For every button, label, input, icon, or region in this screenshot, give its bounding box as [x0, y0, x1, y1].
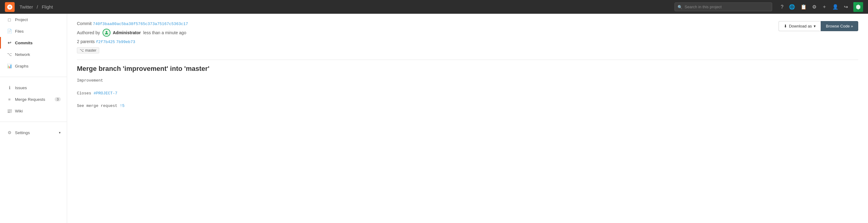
commit-label: Commit: [77, 21, 92, 26]
commit-title: Merge branch 'improvement' into 'master': [77, 65, 858, 73]
plus-icon[interactable]: ＋: [822, 4, 827, 10]
network-icon: ⌥: [7, 52, 12, 57]
commit-author-line: Authored by Administrator less than a mi…: [77, 29, 779, 37]
fox-logo: [854, 2, 863, 12]
search-container: 🔍: [675, 2, 772, 11]
author-name: Administrator: [113, 30, 141, 35]
sidebar-divider: [0, 77, 67, 77]
commit-body-blank2: [77, 96, 858, 103]
navbar-brand[interactable]: Twitter / Flight: [18, 4, 54, 9]
commits-icon: ↩: [7, 40, 12, 45]
action-buttons: ⬇ Download as ▾ Browse Code »: [779, 21, 858, 31]
sidebar: ◻ Project 📄 Files ↩ Commits ⌥ Network 📊 …: [0, 14, 67, 223]
commit-hash-link[interactable]: 740f3baa80ac5ba38f5765c373a75167c5363c17: [93, 22, 188, 26]
sidebar-label-project: Project: [15, 18, 28, 22]
download-button[interactable]: ⬇ Download as ▾: [779, 21, 821, 31]
commit-parents-line: 2 parents f2f7b425 7b99eb73: [77, 39, 779, 44]
navbar: Twitter / Flight 🔍 ? 🌐 📋 ⚙ ＋ 👤 ↪: [0, 0, 868, 14]
brand-separator: /: [37, 4, 39, 9]
commit-hash-line: Commit 740f3baa80ac5ba38f5765c373a75167c…: [77, 21, 779, 26]
sidebar-label-files: Files: [15, 29, 24, 34]
sidebar-label-issues: Issues: [15, 86, 27, 90]
parent2-link[interactable]: 7b99eb73: [116, 40, 135, 44]
download-chevron-icon: ▾: [814, 24, 816, 28]
author-avatar: [102, 29, 111, 37]
sidebar-item-commits[interactable]: ↩ Commits: [0, 37, 67, 49]
sidebar-label-wiki: Wiki: [15, 109, 23, 113]
branch-icon: ⌥: [80, 48, 84, 53]
help-icon[interactable]: ?: [781, 4, 783, 10]
clipboard-icon[interactable]: 📋: [801, 4, 807, 10]
brand-org: Twitter: [20, 4, 33, 9]
sidebar-item-settings[interactable]: ⚙ Settings ▾: [0, 127, 67, 138]
navbar-logo[interactable]: [5, 2, 14, 12]
browse-code-button[interactable]: Browse Code »: [821, 21, 858, 31]
browse-label: Browse Code »: [826, 24, 853, 28]
merge-icon: ≡: [7, 97, 12, 102]
sidebar-item-merge-requests[interactable]: ≡ Merge Requests 3: [0, 93, 67, 105]
sidebar-item-network[interactable]: ⌥ Network: [0, 49, 67, 60]
sidebar-item-project[interactable]: ◻ Project: [0, 14, 67, 25]
sidebar-item-graphs[interactable]: 📊 Graphs: [0, 60, 67, 72]
sidebar-label-commits: Commits: [15, 40, 33, 45]
project-icon: ◻: [7, 17, 12, 22]
issues-icon: ℹ: [7, 85, 12, 90]
author-time: less than a minute ago: [143, 30, 186, 35]
sidebar-label-settings: Settings: [15, 131, 30, 135]
branch-name: master: [85, 48, 96, 53]
search-input[interactable]: [675, 2, 772, 11]
commit-body-see: See merge request !5: [77, 103, 858, 109]
sidebar-item-issues[interactable]: ℹ Issues: [0, 82, 67, 93]
signout-icon[interactable]: ↪: [844, 4, 848, 10]
branch-badge: ⌥ master: [77, 47, 99, 53]
settings-chevron: ▾: [59, 131, 61, 135]
authored-by-label: Authored by: [77, 30, 100, 35]
commit-body: Improvement Closes #PROJECT-7 See merge …: [77, 78, 858, 109]
parent1-link[interactable]: f2f7b425: [96, 40, 115, 44]
sidebar-divider-2: [0, 121, 67, 122]
gear-icon[interactable]: ⚙: [812, 4, 816, 10]
commit-body-line1: Improvement: [77, 78, 858, 84]
merge-request-link[interactable]: !5: [120, 104, 125, 108]
commit-body-closes: Closes #PROJECT-7: [77, 90, 858, 97]
svg-point-0: [105, 31, 107, 33]
globe-icon[interactable]: 🌐: [789, 4, 795, 10]
sidebar-item-files[interactable]: 📄 Files: [0, 25, 67, 37]
see-label: See merge request: [77, 104, 118, 108]
settings-icon: ⚙: [7, 130, 12, 135]
sidebar-label-merge: Merge Requests: [15, 97, 45, 102]
wiki-icon: 📰: [7, 108, 12, 113]
download-label: Download as: [789, 24, 812, 28]
graphs-icon: 📊: [7, 63, 12, 68]
merge-badge: 3: [55, 97, 61, 102]
navbar-icons: ? 🌐 📋 ⚙ ＋ 👤 ↪: [781, 2, 863, 12]
commit-body-blank1: [77, 84, 858, 90]
closes-label: Closes: [77, 91, 91, 95]
main-content: Commit 740f3baa80ac5ba38f5765c373a75167c…: [67, 14, 868, 223]
user-icon[interactable]: 👤: [832, 4, 838, 10]
layout: ◻ Project 📄 Files ↩ Commits ⌥ Network 📊 …: [0, 14, 868, 223]
commit-meta: Commit 740f3baa80ac5ba38f5765c373a75167c…: [77, 21, 779, 53]
search-icon: 🔍: [678, 5, 682, 9]
commit-header: Commit 740f3baa80ac5ba38f5765c373a75167c…: [77, 21, 858, 53]
brand-project: Flight: [42, 4, 53, 9]
project-link[interactable]: #PROJECT-7: [94, 91, 118, 95]
files-icon: 📄: [7, 29, 12, 34]
sidebar-label-network: Network: [15, 52, 30, 57]
sidebar-item-wiki[interactable]: 📰 Wiki: [0, 105, 67, 117]
sidebar-label-graphs: Graphs: [15, 64, 28, 68]
parents-label: 2 parents: [77, 39, 95, 44]
download-icon: ⬇: [784, 24, 787, 28]
